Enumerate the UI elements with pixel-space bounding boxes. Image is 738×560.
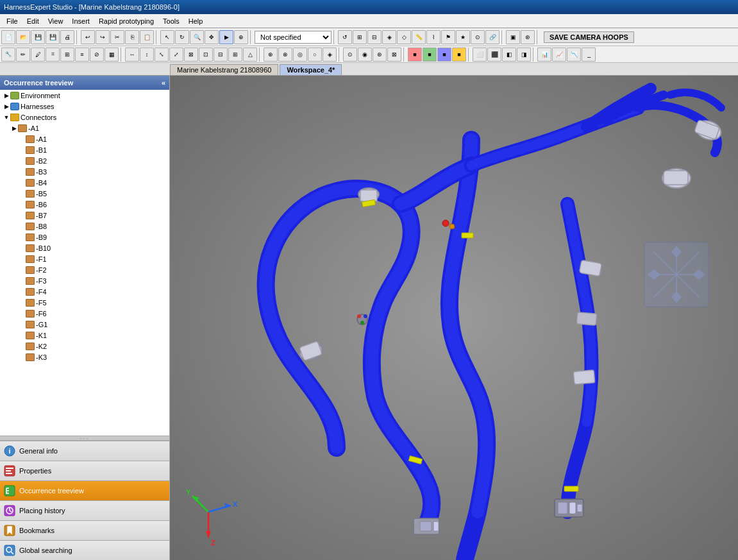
tree-item-b3[interactable]: ▶ -B3 bbox=[0, 166, 169, 177]
menu-insert[interactable]: Insert bbox=[68, 16, 94, 26]
tree-item-f5[interactable]: ▶ -F5 bbox=[0, 297, 169, 308]
tree-item-f6[interactable]: ▶ -F6 bbox=[0, 308, 169, 319]
accordion-header-global-searching[interactable]: Global searching bbox=[0, 541, 169, 560]
tree-item-b4[interactable]: ▶ -B4 bbox=[0, 177, 169, 188]
tree-toggle-a1[interactable]: ▶ bbox=[10, 124, 18, 132]
tb-open[interactable]: 📂 bbox=[16, 30, 30, 44]
tb-zoom[interactable]: 🔍 bbox=[190, 30, 204, 44]
tb2-15[interactable]: ⊟ bbox=[214, 47, 228, 62]
tb-flag[interactable]: ⚑ bbox=[441, 30, 455, 44]
save-camera-hoops-button[interactable]: SAVE CAMERA HOOPS bbox=[544, 31, 634, 43]
menu-help[interactable]: Help bbox=[185, 16, 207, 26]
tb2-16[interactable]: ⊞ bbox=[228, 47, 242, 62]
tb2-1[interactable]: 🔧 bbox=[1, 47, 15, 62]
tb2-8[interactable]: ▦ bbox=[105, 47, 119, 62]
tab-workspace[interactable]: Workspace_4* bbox=[280, 64, 342, 75]
tb-refresh[interactable]: ↺ bbox=[338, 30, 352, 44]
tb-print[interactable]: 🖨 bbox=[60, 30, 74, 44]
tb2-2[interactable]: ✏ bbox=[16, 47, 30, 62]
tb2-11[interactable]: ⤡ bbox=[155, 47, 169, 62]
tree-item-connectors[interactable]: ▼ Connectors bbox=[0, 112, 169, 123]
tb2-7[interactable]: ⊘ bbox=[90, 47, 104, 62]
tb2-12[interactable]: ⤢ bbox=[169, 47, 183, 62]
tb-paste[interactable]: 📋 bbox=[140, 30, 154, 44]
tb2-19[interactable]: ⊗ bbox=[278, 47, 292, 62]
tree-item-k3[interactable]: ▶ -K3 bbox=[0, 352, 169, 362]
tree-item-harnesses[interactable]: ▶ Harnesses bbox=[0, 101, 169, 112]
tb2-27[interactable]: ■ bbox=[408, 47, 422, 62]
tree-toggle-harness[interactable]: ▶ bbox=[3, 103, 10, 110]
tree-item-f4[interactable]: ▶ -F4 bbox=[0, 286, 169, 297]
accordion-header-placing-history[interactable]: Placing history bbox=[0, 501, 169, 520]
tree-item-b9[interactable]: ▶ -B9 bbox=[0, 232, 169, 242]
tb-view3[interactable]: ◈ bbox=[382, 30, 396, 44]
tb-undo[interactable]: ↩ bbox=[81, 30, 95, 44]
tb2-30[interactable]: ■ bbox=[452, 47, 466, 62]
accordion-header-general-info[interactable]: i General info bbox=[0, 441, 169, 461]
3d-viewport[interactable]: Z Y X bbox=[170, 76, 738, 560]
tb2-24[interactable]: ◉ bbox=[358, 47, 372, 62]
tb2-23[interactable]: ⊙ bbox=[343, 47, 357, 62]
tb2-3[interactable]: 🖊 bbox=[31, 47, 45, 62]
tree-item-f3[interactable]: ▶ -F3 bbox=[0, 275, 169, 286]
tb2-17[interactable]: △ bbox=[243, 47, 257, 62]
menu-file[interactable]: File bbox=[3, 16, 22, 26]
tb-copy[interactable]: ⎘ bbox=[125, 30, 139, 44]
tb-view4[interactable]: ◇ bbox=[397, 30, 411, 44]
tree-item-g1[interactable]: ▶ -G1 bbox=[0, 319, 169, 330]
tb-move[interactable]: ✥ bbox=[205, 30, 219, 44]
tree-item-f1[interactable]: ▶ -F1 bbox=[0, 253, 169, 264]
tb-3d-1[interactable]: ▣ bbox=[506, 30, 520, 44]
tb-cut[interactable]: ✂ bbox=[110, 30, 124, 44]
tb2-37[interactable]: 📉 bbox=[567, 47, 581, 62]
tree-toggle-env[interactable]: ▶ bbox=[3, 92, 10, 99]
tb-view1[interactable]: ⊞ bbox=[353, 30, 367, 44]
menu-edit[interactable]: Edit bbox=[23, 16, 43, 26]
tree-toggle-a1c[interactable]: ▶ bbox=[18, 135, 26, 143]
tree-item-b7[interactable]: ▶ -B7 bbox=[0, 210, 169, 221]
tb-save[interactable]: 💾 bbox=[31, 30, 45, 44]
tb2-14[interactable]: ⊡ bbox=[199, 47, 213, 62]
tb-select[interactable]: ↖ bbox=[160, 30, 174, 44]
tb2-32[interactable]: ⬛ bbox=[487, 47, 501, 62]
tree-item-b8[interactable]: ▶ -B8 bbox=[0, 221, 169, 232]
tb2-21[interactable]: ○ bbox=[308, 47, 322, 62]
tb2-26[interactable]: ⊠ bbox=[387, 47, 401, 62]
tb2-29[interactable]: ■ bbox=[437, 47, 451, 62]
tree-item-b1[interactable]: ▶ -B1 bbox=[0, 144, 169, 155]
resize-handle[interactable] bbox=[0, 436, 169, 441]
tb-cursor[interactable]: ⊕ bbox=[234, 30, 248, 44]
tree-toggle-connectors[interactable]: ▼ bbox=[3, 114, 10, 121]
tb2-34[interactable]: ◨ bbox=[517, 47, 531, 62]
accordion-header-occurrence-treeview[interactable]: Occurrence treeview bbox=[0, 481, 169, 500]
tb2-31[interactable]: ⬜ bbox=[473, 47, 487, 62]
tb2-20[interactable]: ◎ bbox=[293, 47, 307, 62]
tb-new[interactable]: 📄 bbox=[1, 30, 15, 44]
tb2-38[interactable]: ⎯ bbox=[582, 47, 596, 62]
tree-item-k2[interactable]: ▶ -K2 bbox=[0, 341, 169, 352]
accordion-header-bookmarks[interactable]: Bookmarks bbox=[0, 521, 169, 540]
tb-rotate[interactable]: ↻ bbox=[175, 30, 189, 44]
tb2-36[interactable]: 📈 bbox=[552, 47, 566, 62]
tb2-10[interactable]: ↕ bbox=[140, 47, 154, 62]
tree-item-a1[interactable]: ▶ -A1 bbox=[0, 133, 169, 144]
tree-view[interactable]: ▶ Environment ▶ Harnesses ▼ Connectors ▶… bbox=[0, 90, 169, 436]
accordion-header-properties[interactable]: Properties bbox=[0, 461, 169, 480]
tree-item-k1[interactable]: ▶ -K1 bbox=[0, 330, 169, 341]
tree-item-a1-parent[interactable]: ▶ -A1 bbox=[0, 123, 169, 133]
tb-save2[interactable]: 💾 bbox=[46, 30, 60, 44]
tb-wire[interactable]: ⌇ bbox=[426, 30, 440, 44]
tb-redo[interactable]: ↪ bbox=[96, 30, 110, 44]
tb-3d-2[interactable]: ⊛ bbox=[521, 30, 535, 44]
tb2-18[interactable]: ⊕ bbox=[264, 47, 278, 62]
menu-tools[interactable]: Tools bbox=[159, 16, 183, 26]
tb-view2[interactable]: ⊟ bbox=[367, 30, 382, 44]
tb2-6[interactable]: ≡ bbox=[75, 47, 89, 62]
tb2-5[interactable]: ⊞ bbox=[60, 47, 74, 62]
menu-rapid[interactable]: Rapid prototyping bbox=[95, 16, 158, 26]
tree-item-environment[interactable]: ▶ Environment bbox=[0, 90, 169, 101]
tab-main[interactable]: Marine Kabelstrang 21808960 bbox=[170, 64, 278, 75]
tb-select2[interactable]: ▶ bbox=[219, 30, 233, 44]
tb2-35[interactable]: 📊 bbox=[537, 47, 551, 62]
tb2-33[interactable]: ◧ bbox=[502, 47, 516, 62]
